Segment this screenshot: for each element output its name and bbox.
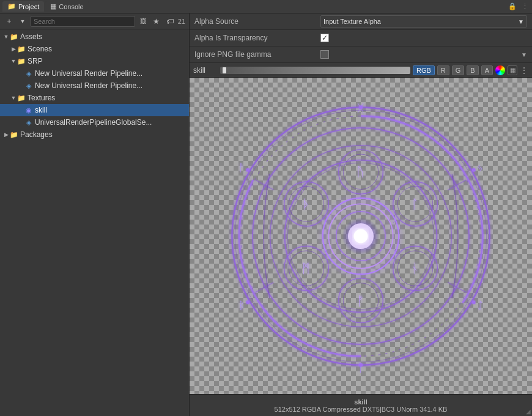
svg-line-41 <box>256 282 274 292</box>
tree-label-urp2: New Universal Render Pipeline... <box>35 81 142 90</box>
svg-line-39 <box>448 282 467 292</box>
tree-label-packages: Packages <box>20 130 53 139</box>
channel-g-btn[interactable]: G <box>452 65 465 75</box>
svg-point-55 <box>246 168 249 171</box>
tree-item-packages[interactable]: ▶ 📁 Packages <box>0 128 189 141</box>
tree-item-srp[interactable]: ▼ 📁 SRP <box>0 55 189 67</box>
ignore-png-dropdown-btn[interactable]: ▼ <box>521 50 527 59</box>
svg-line-42 <box>256 180 274 190</box>
ignore-png-row: Ignore PNG file gamma ▼ <box>190 46 532 63</box>
texture-filter-icon[interactable]: 🖼 <box>138 16 149 27</box>
arrow-urp2 <box>17 82 24 89</box>
arrow-skill <box>17 106 24 114</box>
svg-point-54 <box>246 300 249 304</box>
more-options-icon[interactable]: ⋮ <box>520 2 530 12</box>
alpha-transparency-row: Alpha Is Transparency ✓ <box>190 30 532 46</box>
project-tab-icon: 📁 <box>7 2 16 10</box>
arrow-packages: ▶ <box>2 131 10 138</box>
alpha-source-label: Alpha Source <box>194 17 317 26</box>
svg-text:ᛒ: ᛒ <box>238 299 245 311</box>
tab-console[interactable]: ▦ Console <box>45 1 88 12</box>
folder-icon-textures: 📁 <box>17 94 26 102</box>
channel-r-btn[interactable]: R <box>437 65 449 75</box>
tree-item-assets[interactable]: ▼ 📁 Assets <box>0 31 189 43</box>
svg-text:ᚢ: ᚢ <box>357 165 365 179</box>
alpha-transparency-checkbox[interactable]: ✓ <box>320 34 329 42</box>
channel-b-btn[interactable]: B <box>467 65 478 75</box>
ignore-png-label: Ignore PNG file gamma <box>194 50 317 59</box>
tree-label-srp: SRP <box>28 57 43 65</box>
svg-text:ᛚ: ᛚ <box>412 197 419 212</box>
arrow-textures: ▼ <box>10 94 17 102</box>
svg-text:ᚨ: ᚨ <box>238 162 245 173</box>
asset-icon-urpglobal: ◈ <box>24 118 33 127</box>
preview-name: skill <box>193 66 218 75</box>
add-icon[interactable]: + <box>4 16 15 27</box>
tree-item-scenes[interactable]: ▶ 📁 Scenes <box>0 43 189 55</box>
svg-text:ᚠ: ᚠ <box>357 293 365 308</box>
dropdown-arrow-icon: ▼ <box>518 18 524 25</box>
tab-project[interactable]: 📁 Project <box>2 1 44 12</box>
svg-text:ᚦ: ᚦ <box>302 197 310 212</box>
project-tab-label: Project <box>18 3 39 10</box>
alpha-source-row: Alpha Source Input Texture Alpha ▼ <box>190 13 532 30</box>
texture-name-status: skill <box>354 398 367 406</box>
tree-label-assets: Assets <box>20 32 42 41</box>
tree-label-skill: skill <box>35 106 47 114</box>
tree-item-textures[interactable]: ▼ 📁 Textures <box>0 92 189 104</box>
main-layout: + ▼ 🖼 ★ 🏷 21 ▼ 📁 Assets ▶ 📁 Scenes <box>0 13 532 416</box>
texture-preview[interactable]: ᚢ ᛚ ᚾ ᚠ ᛗ ᚦ ᚷ ᛃ ᛇ ᛏ ᛒ ᚨ <box>190 78 532 394</box>
project-tree: ▼ 📁 Assets ▶ 📁 Scenes ▼ 📁 SRP ◈ New Univ… <box>0 29 189 416</box>
folder-icon-srp: 📁 <box>17 57 26 65</box>
tree-label-scenes: Scenes <box>28 45 52 53</box>
zoom-slider[interactable] <box>220 67 410 74</box>
arrow-assets: ▼ <box>2 33 10 40</box>
svg-text:ᚾ: ᚾ <box>412 261 419 276</box>
alpha-source-value: Input Texture Alpha <box>323 18 381 25</box>
folder-icon-packages: 📁 <box>10 130 18 139</box>
resize-handle-icon[interactable]: ◢ <box>526 408 531 415</box>
svg-text:ᛗ: ᛗ <box>302 261 310 276</box>
svg-point-51 <box>472 168 476 171</box>
arrow-down-icon[interactable]: ▼ <box>17 16 28 27</box>
lock-icon[interactable]: 🔒 <box>508 2 517 12</box>
folder-icon-assets: 📁 <box>10 32 18 41</box>
svg-line-38 <box>448 180 467 190</box>
favorite-icon[interactable]: ★ <box>151 16 162 27</box>
console-tab-icon: ▦ <box>50 2 56 10</box>
ignore-png-checkbox[interactable] <box>320 50 329 59</box>
arrow-srp: ▼ <box>10 58 17 65</box>
asset-icon-urp1: ◈ <box>24 69 33 78</box>
svg-text:ᛇ: ᛇ <box>477 299 483 311</box>
item-count: 21 <box>178 18 185 25</box>
channel-a-btn[interactable]: A <box>481 65 493 75</box>
alpha-transparency-label: Alpha Is Transparency <box>194 34 317 42</box>
alpha-source-dropdown[interactable]: Input Texture Alpha ▼ <box>320 15 527 28</box>
tree-label-textures: Textures <box>28 94 55 102</box>
arrow-scenes: ▶ <box>10 45 17 53</box>
folder-icon-scenes: 📁 <box>17 45 26 53</box>
tree-item-urpglobal[interactable]: ◈ UniversalRenderPipelineGlobalSe... <box>0 116 189 128</box>
color-wheel-icon[interactable] <box>495 65 505 75</box>
tab-bar-icons: 🔒 ⋮ <box>508 2 530 12</box>
tree-item-skill[interactable]: ◉ skill <box>0 104 189 116</box>
svg-point-50 <box>359 105 363 109</box>
texture-info-status: 512x512 RGBA Compressed DXT5|BC3 UNorm 3… <box>275 406 448 413</box>
arrow-urpglobal <box>17 119 24 126</box>
mip-toggle-icon[interactable]: ▦ <box>508 65 517 75</box>
svg-point-52 <box>472 300 476 304</box>
svg-text:ᛃ: ᛃ <box>477 162 483 173</box>
left-panel: + ▼ 🖼 ★ 🏷 21 ▼ 📁 Assets ▶ 📁 Scenes <box>0 13 190 416</box>
preview-toolbar: skill RGB R G B A ▦ ⋮ <box>190 63 532 78</box>
tag-icon[interactable]: 🏷 <box>164 16 175 27</box>
texture-icon-skill: ◉ <box>24 106 33 114</box>
magic-circle-svg: ᚢ ᛚ ᚾ ᚠ ᛗ ᚦ ᚷ ᛃ ᛇ ᛏ ᛒ ᚨ <box>211 86 511 386</box>
channel-rgb-btn[interactable]: RGB <box>413 65 435 75</box>
svg-text:⊗: ⊗ <box>354 226 368 245</box>
preview-menu-btn[interactable]: ⋮ <box>520 65 528 75</box>
search-input[interactable] <box>31 16 135 27</box>
tree-item-urp1[interactable]: ◈ New Universal Render Pipeline... <box>0 67 189 80</box>
svg-point-53 <box>359 363 363 366</box>
tree-item-urp2[interactable]: ◈ New Universal Render Pipeline... <box>0 80 189 92</box>
tab-bar: 📁 Project ▦ Console 🔒 ⋮ <box>0 0 532 13</box>
